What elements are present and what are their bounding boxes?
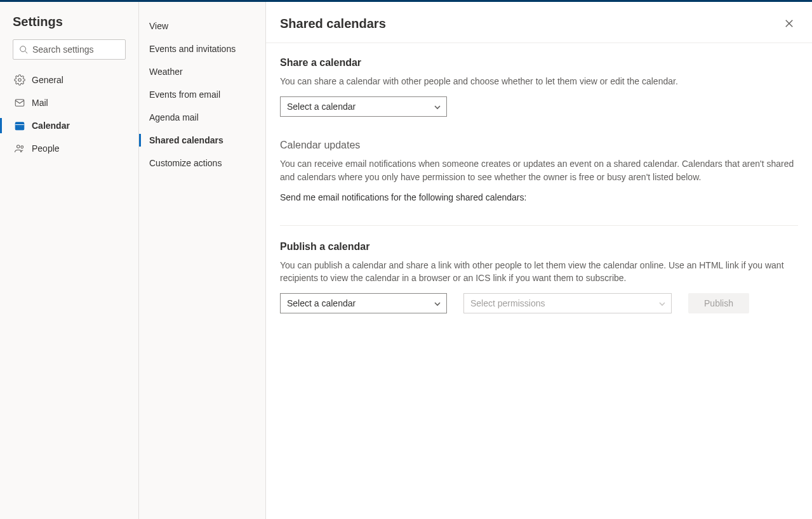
publish-calendar-section: Publish a calendar You can publish a cal… xyxy=(280,241,798,314)
svg-rect-3 xyxy=(15,100,24,107)
sidebar-item-people[interactable]: People xyxy=(6,137,132,160)
svg-point-9 xyxy=(17,145,20,148)
publish-permissions-select: Select permissions xyxy=(463,293,672,313)
subnav-item-label: Weather xyxy=(149,67,183,77)
main-header: Shared calendars xyxy=(266,2,812,43)
sidebar-item-general[interactable]: General xyxy=(6,69,132,91)
subnav-item-label: Events from email xyxy=(149,89,220,100)
subnav-item-weather[interactable]: Weather xyxy=(139,60,265,83)
subnav-item-agenda-mail[interactable]: Agenda mail xyxy=(139,106,265,129)
share-calendar-select[interactable]: Select a calendar xyxy=(280,96,447,117)
sidebar-item-label: People xyxy=(32,143,60,154)
sidebar-item-calendar[interactable]: Calendar xyxy=(6,114,132,137)
sidebar-item-mail[interactable]: Mail xyxy=(6,91,132,114)
share-calendar-select-label: Select a calendar xyxy=(287,102,356,112)
gear-icon xyxy=(14,74,25,86)
sidebar-item-label: Calendar xyxy=(32,121,70,131)
publish-button: Publish xyxy=(688,293,749,313)
subnav-item-view[interactable]: View xyxy=(139,15,265,37)
subnav-item-label: View xyxy=(149,21,168,31)
people-icon xyxy=(14,143,25,154)
main-body: Share a calendar You can share a calenda… xyxy=(266,43,812,519)
search-input[interactable] xyxy=(13,39,126,60)
calendar-icon xyxy=(14,120,25,131)
share-calendar-section: Share a calendar You can share a calenda… xyxy=(280,57,798,117)
search-wrap xyxy=(13,39,126,60)
calendar-updates-section: Calendar updates You can receive email n… xyxy=(280,140,798,202)
svg-point-10 xyxy=(21,146,23,148)
publish-calendar-select[interactable]: Select a calendar xyxy=(280,293,447,313)
subnav-item-shared-calendars[interactable]: Shared calendars xyxy=(139,129,265,152)
close-button[interactable] xyxy=(779,13,799,34)
mail-icon xyxy=(14,97,25,108)
divider xyxy=(280,225,798,226)
subnav-item-customize[interactable]: Customize actions xyxy=(139,152,265,174)
page-title: Shared calendars xyxy=(280,16,386,31)
subnav-item-label: Shared calendars xyxy=(149,135,223,145)
sidebar-item-label: Mail xyxy=(32,98,48,108)
svg-point-0 xyxy=(20,46,26,52)
share-calendar-heading: Share a calendar xyxy=(280,57,798,69)
sidebar-item-label: General xyxy=(32,75,63,85)
svg-point-6 xyxy=(17,126,18,128)
publish-permissions-select-label: Select permissions xyxy=(470,298,545,308)
chevron-down-icon xyxy=(658,299,666,307)
subnav-item-label: Events and invitations xyxy=(149,44,236,54)
settings-nav: General Mail Calendar xyxy=(6,69,132,160)
close-icon xyxy=(785,19,794,28)
subnav-item-label: Agenda mail xyxy=(149,112,199,122)
main-pane: Shared calendars Share a calendar You ca… xyxy=(266,2,812,519)
chevron-down-icon xyxy=(434,299,441,307)
settings-sidebar: Settings General Mail xyxy=(0,2,139,519)
publish-calendar-desc: You can publish a calendar and share a l… xyxy=(280,259,798,285)
subnav-item-label: Customize actions xyxy=(149,158,222,168)
subnav-item-events-email[interactable]: Events from email xyxy=(139,83,265,106)
publish-button-label: Publish xyxy=(704,298,733,308)
calendar-updates-desc: You can receive email notifications when… xyxy=(280,157,798,183)
settings-title: Settings xyxy=(13,15,132,29)
svg-point-2 xyxy=(18,79,22,82)
publish-calendar-select-label: Select a calendar xyxy=(287,298,356,308)
calendar-updates-heading: Calendar updates xyxy=(280,140,798,151)
publish-controls-row: Select a calendar Select permissions Pub… xyxy=(280,293,798,313)
publish-calendar-heading: Publish a calendar xyxy=(280,241,798,253)
chevron-down-icon xyxy=(434,103,441,110)
svg-point-8 xyxy=(21,126,22,128)
svg-point-7 xyxy=(19,126,20,128)
share-calendar-desc: You can share a calendar with other peop… xyxy=(280,75,798,88)
calendar-updates-followup: Send me email notifications for the foll… xyxy=(280,192,798,202)
calendar-subnav: View Events and invitations Weather Even… xyxy=(139,2,266,519)
svg-line-1 xyxy=(25,51,28,54)
search-icon xyxy=(19,45,28,54)
subnav-item-events[interactable]: Events and invitations xyxy=(139,37,265,60)
